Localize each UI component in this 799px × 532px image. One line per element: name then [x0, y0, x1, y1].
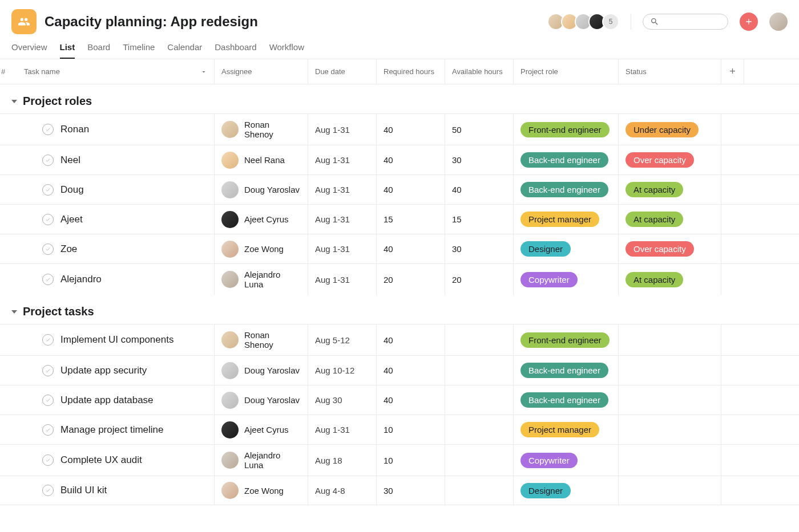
- available-hours-cell[interactable]: [445, 324, 514, 355]
- assignee-cell[interactable]: Alejandro Luna: [215, 445, 308, 476]
- task-name-cell[interactable]: Manage project timeline: [19, 415, 215, 444]
- col-assignee[interactable]: Assignee: [215, 59, 308, 84]
- due-date-cell[interactable]: Aug 1-31: [308, 145, 377, 174]
- task-row[interactable]: Complete UX audit Alejandro Luna Aug 18 …: [0, 444, 799, 476]
- section-header[interactable]: Project roles: [0, 84, 799, 113]
- task-name-cell[interactable]: Doug: [19, 175, 215, 204]
- assignee-cell[interactable]: Ajeet Cyrus: [215, 205, 308, 234]
- project-role-cell[interactable]: Front-end engineer: [514, 114, 619, 145]
- project-role-cell[interactable]: Designer: [514, 476, 619, 505]
- required-hours-cell[interactable]: 40: [377, 385, 445, 415]
- task-name-cell[interactable]: Alejandro: [19, 264, 215, 295]
- required-hours-cell[interactable]: 40: [377, 175, 445, 204]
- complete-checkbox[interactable]: [42, 454, 54, 466]
- assignee-cell[interactable]: Doug Yaroslav: [215, 175, 308, 204]
- assignee-cell[interactable]: Doug Yaroslav: [215, 356, 308, 385]
- available-hours-cell[interactable]: 30: [445, 145, 514, 174]
- status-cell[interactable]: Under capacity: [619, 114, 721, 145]
- task-name-cell[interactable]: Ronan: [19, 114, 215, 145]
- available-hours-cell[interactable]: 40: [445, 175, 514, 204]
- project-role-cell[interactable]: Back-end engineer: [514, 175, 619, 204]
- due-date-cell[interactable]: Aug 1-31: [308, 175, 377, 204]
- project-role-cell[interactable]: Copywriter: [514, 445, 619, 476]
- available-hours-cell[interactable]: 20: [445, 264, 514, 295]
- status-cell[interactable]: Over capacity: [619, 145, 721, 174]
- available-hours-cell[interactable]: [445, 356, 514, 385]
- due-date-cell[interactable]: Aug 30: [308, 385, 377, 415]
- complete-checkbox[interactable]: [42, 395, 54, 406]
- assignee-cell[interactable]: Doug Yaroslav: [215, 385, 308, 415]
- assignee-cell[interactable]: Ronan Shenoy: [215, 114, 308, 145]
- due-date-cell[interactable]: Aug 5-12: [308, 324, 377, 355]
- due-date-cell[interactable]: Aug 1-31: [308, 114, 377, 145]
- project-role-cell[interactable]: Designer: [514, 234, 619, 263]
- complete-checkbox[interactable]: [42, 424, 54, 436]
- required-hours-cell[interactable]: 40: [377, 324, 445, 355]
- task-row[interactable]: Manage project timeline Ajeet Cyrus Aug …: [0, 415, 799, 444]
- task-name-cell[interactable]: Build UI kit: [19, 476, 215, 505]
- col-project-role[interactable]: Project role: [514, 59, 619, 84]
- assignee-cell[interactable]: Alejandro Luna: [215, 264, 308, 295]
- project-role-cell[interactable]: Front-end engineer: [514, 324, 619, 355]
- available-hours-cell[interactable]: [445, 415, 514, 444]
- project-role-cell[interactable]: Back-end engineer: [514, 145, 619, 174]
- required-hours-cell[interactable]: 40: [377, 114, 445, 145]
- project-role-cell[interactable]: Project manager: [514, 415, 619, 444]
- tab-overview[interactable]: Overview: [11, 42, 47, 59]
- status-cell[interactable]: [619, 385, 721, 415]
- assignee-cell[interactable]: Ronan Shenoy: [215, 324, 308, 355]
- complete-checkbox[interactable]: [42, 334, 54, 346]
- status-cell[interactable]: Over capacity: [619, 234, 721, 263]
- col-task-name[interactable]: Task name: [19, 59, 215, 84]
- section-header[interactable]: Project tasks: [0, 295, 799, 324]
- complete-checkbox[interactable]: [42, 365, 54, 376]
- due-date-cell[interactable]: Aug 1-31: [308, 264, 377, 295]
- required-hours-cell[interactable]: 40: [377, 145, 445, 174]
- tab-board[interactable]: Board: [87, 42, 110, 59]
- required-hours-cell[interactable]: 10: [377, 445, 445, 476]
- task-name-cell[interactable]: Complete UX audit: [19, 445, 215, 476]
- available-hours-cell[interactable]: 50: [445, 114, 514, 145]
- status-cell[interactable]: [619, 356, 721, 385]
- due-date-cell[interactable]: Aug 1-31: [308, 205, 377, 234]
- assignee-cell[interactable]: Zoe Wong: [215, 234, 308, 263]
- task-name-cell[interactable]: Update app database: [19, 385, 215, 415]
- assignee-cell[interactable]: Zoe Wong: [215, 476, 308, 505]
- col-number[interactable]: #: [0, 59, 19, 84]
- status-cell[interactable]: [619, 445, 721, 476]
- required-hours-cell[interactable]: 10: [377, 415, 445, 444]
- add-column-button[interactable]: +: [721, 59, 744, 84]
- tab-list[interactable]: List: [60, 42, 75, 59]
- status-cell[interactable]: At capacity: [619, 175, 721, 204]
- task-row[interactable]: Update app database Doug Yaroslav Aug 30…: [0, 385, 799, 415]
- status-cell[interactable]: [619, 476, 721, 505]
- col-available-hours[interactable]: Available hours: [445, 59, 514, 84]
- col-due-date[interactable]: Due date: [308, 59, 377, 84]
- project-role-cell[interactable]: Back-end engineer: [514, 385, 619, 415]
- tab-dashboard[interactable]: Dashboard: [215, 42, 256, 59]
- due-date-cell[interactable]: Aug 4-8: [308, 476, 377, 505]
- status-cell[interactable]: At capacity: [619, 205, 721, 234]
- status-cell[interactable]: At capacity: [619, 264, 721, 295]
- due-date-cell[interactable]: Aug 10-12: [308, 356, 377, 385]
- chevron-down-icon[interactable]: [200, 68, 207, 75]
- required-hours-cell[interactable]: 40: [377, 356, 445, 385]
- complete-checkbox[interactable]: [42, 485, 54, 496]
- complete-checkbox[interactable]: [42, 124, 54, 135]
- available-hours-cell[interactable]: [445, 445, 514, 476]
- assignee-cell[interactable]: Neel Rana: [215, 145, 308, 174]
- task-name-cell[interactable]: Implement UI components: [19, 324, 215, 355]
- status-cell[interactable]: [619, 324, 721, 355]
- due-date-cell[interactable]: Aug 18: [308, 445, 377, 476]
- required-hours-cell[interactable]: 40: [377, 234, 445, 263]
- col-status[interactable]: Status: [619, 59, 721, 84]
- task-row[interactable]: Build UI kit Zoe Wong Aug 4-8 30 Designe…: [0, 476, 799, 505]
- project-role-cell[interactable]: Back-end engineer: [514, 356, 619, 385]
- task-row[interactable]: Alejandro Alejandro Luna Aug 1-31 20 20 …: [0, 263, 799, 295]
- available-hours-cell[interactable]: 30: [445, 234, 514, 263]
- task-row[interactable]: Implement UI components Ronan Shenoy Aug…: [0, 324, 799, 355]
- available-hours-cell[interactable]: [445, 385, 514, 415]
- complete-checkbox[interactable]: [42, 274, 54, 285]
- complete-checkbox[interactable]: [42, 243, 54, 255]
- task-name-cell[interactable]: Update app security: [19, 356, 215, 385]
